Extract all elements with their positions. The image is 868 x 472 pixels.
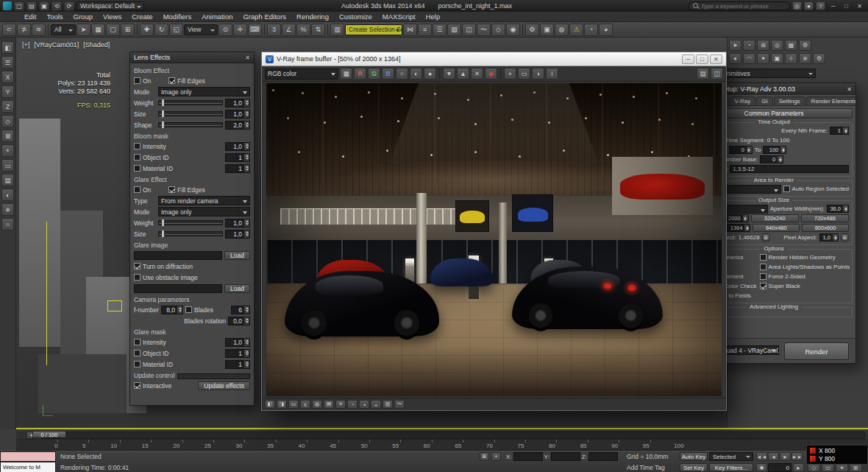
schematic-view-icon[interactable]: ◇: [491, 24, 505, 36]
blue-channel-button[interactable]: B: [382, 68, 394, 80]
pixel-aspect-spinner[interactable]: 1,0: [819, 233, 839, 242]
bloom-object-id-checkbox[interactable]: [134, 154, 140, 161]
obstacle-image-field[interactable]: [134, 284, 222, 293]
snap-toggle-icon[interactable]: 3: [267, 24, 281, 36]
turn-on-diffraction-checkbox[interactable]: [134, 263, 140, 270]
align-icon[interactable]: ≡: [418, 24, 432, 36]
window-crossing-icon[interactable]: ⊞: [121, 24, 135, 36]
select-and-scale-icon[interactable]: ◱: [169, 24, 183, 36]
preset-800x600-button[interactable]: 800x600: [802, 224, 849, 232]
select-and-manipulate-icon[interactable]: ✛: [233, 24, 247, 36]
viewport-pov-menu[interactable]: [VRayCam001]: [34, 41, 79, 49]
activeshade-icon[interactable]: ◕: [599, 24, 613, 36]
save-image-icon[interactable]: ▼: [443, 68, 455, 80]
cameras-icon[interactable]: ▣: [771, 53, 783, 64]
axis-constraint-z-icon[interactable]: Z: [1, 100, 14, 113]
every-nth-spinner[interactable]: 1: [830, 127, 849, 135]
search-input[interactable]: [701, 3, 782, 10]
unlink-selection-icon[interactable]: ⊅: [17, 24, 31, 36]
menu-tools[interactable]: Tools: [41, 13, 68, 21]
glare-intensity-spinner[interactable]: 1,0: [225, 338, 250, 347]
helpers-icon[interactable]: ⊹: [785, 53, 797, 64]
axis-constraint-y-icon[interactable]: Y: [1, 85, 14, 98]
levels-icon[interactable]: ▥: [383, 400, 393, 409]
use-obstacle-image-checkbox[interactable]: [134, 274, 140, 281]
graphite-ribbon-icon[interactable]: ◫: [462, 24, 476, 36]
select-object-icon[interactable]: ➤: [77, 24, 90, 36]
bloom-intensity-spinner[interactable]: 1,0: [225, 142, 250, 151]
monochrome-button[interactable]: ○: [396, 68, 408, 80]
utilities-tab-icon[interactable]: ⚙: [799, 40, 811, 51]
frames-input[interactable]: 1,3,5-12: [730, 165, 849, 173]
help-icon[interactable]: ?: [816, 1, 825, 10]
material-editor-icon[interactable]: ◉: [506, 24, 520, 36]
render-button[interactable]: Render: [784, 342, 849, 360]
curves-icon[interactable]: 〜: [394, 400, 405, 409]
angle-snap-icon[interactable]: ∠: [282, 24, 296, 36]
menu-group[interactable]: Group: [68, 13, 98, 21]
bloom-intensity-checkbox[interactable]: [134, 143, 140, 149]
green-channel-button[interactable]: G: [368, 68, 380, 80]
viewport-layout-tab-icon[interactable]: ◧: [1, 41, 14, 54]
vfb-title-bar[interactable]: V V-Ray frame buffer - [50% of 2000 x 13…: [262, 52, 726, 66]
glare-weight-slider[interactable]: [158, 220, 223, 225]
freeze-toggle-icon[interactable]: ❄: [1, 203, 14, 216]
glare-material-id-checkbox[interactable]: [134, 361, 140, 367]
lut-icon[interactable]: ▤: [324, 400, 334, 409]
use-pivot-point-center-icon[interactable]: ⊙: [218, 24, 232, 36]
fnumber-spinner[interactable]: 8,0: [161, 306, 183, 314]
set-key-button[interactable]: Set Key: [680, 463, 708, 472]
lens-effects-title-bar[interactable]: Lens Effects ✕: [130, 52, 254, 63]
close-icon[interactable]: ✕: [847, 86, 852, 93]
menu-maxscript[interactable]: MAXScript: [377, 13, 421, 21]
hue-saturation-icon[interactable]: ◑: [359, 400, 369, 409]
hierarchy-tab-icon[interactable]: ⊞: [757, 40, 769, 51]
spinner-snap-icon[interactable]: ⇅: [311, 24, 325, 36]
render-hidden-geometry-checkbox[interactable]: [760, 254, 766, 261]
workspace-dropdown[interactable]: Workspace: Default: [77, 1, 144, 10]
minimize-icon[interactable]: ─: [682, 54, 694, 64]
auto-region-checkbox[interactable]: [783, 186, 790, 192]
bloom-size-slider[interactable]: [158, 111, 223, 116]
absolute-offset-toggle-icon[interactable]: ⌖: [491, 452, 501, 461]
tab-settings[interactable]: Settings: [774, 96, 805, 105]
view-clamped-colors-icon[interactable]: ◨: [277, 400, 287, 409]
force-color-clamping-icon[interactable]: ◧: [265, 400, 275, 409]
sign-in-icon[interactable]: ●: [804, 1, 814, 10]
channel-mode-dropdown[interactable]: RGB color: [265, 68, 338, 80]
aperture-spinner[interactable]: 36,0: [827, 205, 849, 213]
selection-lock-icon[interactable]: ⊠: [480, 452, 489, 461]
range-to-spinner[interactable]: 100: [763, 146, 786, 154]
bloom-fill-edges-checkbox[interactable]: [168, 77, 175, 84]
lights-icon[interactable]: ✦: [757, 53, 769, 64]
tab-render-elements[interactable]: Render Elements: [806, 96, 856, 105]
viewport-general-menu[interactable]: [+]: [22, 41, 29, 49]
glare-image-field[interactable]: [134, 251, 222, 260]
axis-constraint-x-icon[interactable]: X: [1, 71, 14, 83]
redo-icon[interactable]: ⟳: [64, 1, 74, 11]
srgb-icon[interactable]: s: [300, 400, 310, 409]
view-to-render-dropdown[interactable]: Quad 4 - VRayCam001: [719, 345, 779, 355]
edit-named-selection-sets-icon[interactable]: ▥: [330, 24, 344, 36]
hide-toggle-icon[interactable]: ○: [1, 218, 14, 230]
open-file-icon[interactable]: ▤: [26, 1, 37, 11]
layers-toolbar-icon[interactable]: ▤: [1, 174, 14, 186]
toggle-scene-explorer-icon[interactable]: ☰: [433, 24, 447, 36]
menu-edit[interactable]: Edit: [19, 13, 41, 21]
menu-customize[interactable]: Customize: [334, 13, 377, 21]
bloom-shape-slider[interactable]: [158, 122, 223, 127]
space-warps-icon[interactable]: ≋: [799, 53, 811, 64]
mirror-icon[interactable]: ⋈: [403, 24, 417, 36]
color-balance-icon[interactable]: ◒: [371, 400, 381, 409]
time-slider-handle[interactable]: 0 / 100: [32, 431, 66, 438]
glare-object-id-checkbox[interactable]: [134, 350, 140, 356]
invert-button[interactable]: ●: [424, 68, 436, 80]
bloom-on-checkbox[interactable]: [134, 77, 140, 84]
glare-fill-edges-checkbox[interactable]: [168, 186, 175, 193]
glare-intensity-checkbox[interactable]: [134, 339, 140, 345]
maximize-icon[interactable]: □: [696, 54, 708, 64]
icc-icon[interactable]: ◍: [312, 400, 322, 409]
menu-graph-editors[interactable]: Graph Editors: [238, 13, 291, 21]
show-channels-icon[interactable]: ▦: [340, 68, 352, 80]
create-tab-icon[interactable]: ➤: [729, 40, 741, 51]
